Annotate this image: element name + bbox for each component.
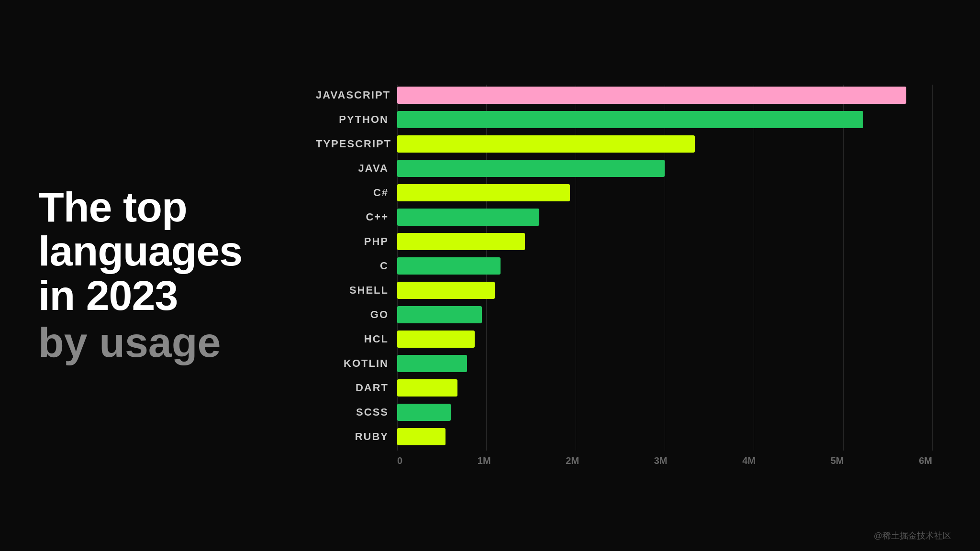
bar-track xyxy=(397,377,932,398)
bar-row: GO xyxy=(316,304,932,325)
bar-row: DART xyxy=(316,377,932,398)
bar-row: C xyxy=(316,255,932,276)
bar-track xyxy=(397,207,932,228)
bar-fill xyxy=(397,87,906,104)
bar-track xyxy=(397,280,932,301)
title-subtitle: by usage xyxy=(38,320,297,366)
bar-track xyxy=(397,255,932,276)
title-line1: The top languages in 2023 xyxy=(38,185,297,318)
x-axis-tick: 3M xyxy=(654,455,668,466)
bar-fill xyxy=(397,209,539,226)
title-text-1: The top xyxy=(38,183,187,231)
bar-label: PYTHON xyxy=(316,113,397,126)
bar-label: DART xyxy=(316,382,397,394)
bar-row: C# xyxy=(316,182,932,203)
bar-label: C xyxy=(316,260,397,272)
bar-row: PYTHON xyxy=(316,109,932,130)
bar-label: TYPESCRIPT xyxy=(316,138,397,150)
bar-track xyxy=(397,133,932,154)
bar-track xyxy=(397,426,932,447)
bar-label: HCL xyxy=(316,333,397,345)
x-axis-tick: 1M xyxy=(478,455,491,466)
bar-track xyxy=(397,109,932,130)
bar-label: C++ xyxy=(316,211,397,223)
bar-label: SCSS xyxy=(316,406,397,419)
bar-track xyxy=(397,158,932,179)
bar-track xyxy=(397,329,932,350)
title-text-3: in 2023 xyxy=(38,272,178,319)
bar-label: KOTLIN xyxy=(316,357,397,370)
bar-row: C++ xyxy=(316,207,932,228)
bar-label: JAVA xyxy=(316,162,397,175)
watermark: @稀土掘金技术社区 xyxy=(874,530,951,541)
bar-label: SHELL xyxy=(316,284,397,297)
x-axis-tick: 5M xyxy=(831,455,844,466)
bar-row: SCSS xyxy=(316,402,932,423)
x-axis-tick: 0 xyxy=(397,455,402,466)
bar-row: HCL xyxy=(316,329,932,350)
bar-track xyxy=(397,402,932,423)
x-axis-tick: 6M xyxy=(919,455,932,466)
x-axis-tick: 2M xyxy=(566,455,579,466)
bar-row: JAVA xyxy=(316,158,932,179)
bars-container: JAVASCRIPTPYTHONTYPESCRIPTJAVAC#C++PHPCS… xyxy=(316,85,932,451)
bar-track xyxy=(397,304,932,325)
bar-track xyxy=(397,182,932,203)
bar-fill xyxy=(397,111,863,128)
bar-label: C# xyxy=(316,187,397,199)
bar-fill xyxy=(397,257,501,275)
bar-fill xyxy=(397,428,445,445)
bar-row: TYPESCRIPT xyxy=(316,133,932,154)
bar-track xyxy=(397,231,932,252)
chart-panel: JAVASCRIPTPYTHONTYPESCRIPTJAVAC#C++PHPCS… xyxy=(297,19,951,532)
title-text-2: languages xyxy=(38,227,242,275)
bar-row: PHP xyxy=(316,231,932,252)
bar-track xyxy=(397,353,932,374)
bar-row: JAVASCRIPT xyxy=(316,85,932,106)
bar-label: GO xyxy=(316,309,397,321)
bar-fill xyxy=(397,282,495,299)
bar-row: KOTLIN xyxy=(316,353,932,374)
bar-track xyxy=(397,85,932,106)
bar-fill xyxy=(397,233,525,250)
bar-fill xyxy=(397,331,475,348)
bar-fill xyxy=(397,379,457,397)
bar-fill xyxy=(397,355,467,372)
bar-fill xyxy=(397,135,695,153)
x-axis: 01M2M3M4M5M6M xyxy=(316,455,932,466)
bar-row: SHELL xyxy=(316,280,932,301)
x-axis-tick: 4M xyxy=(742,455,756,466)
bar-fill xyxy=(397,184,570,201)
bar-label: RUBY xyxy=(316,430,397,443)
bar-label: JAVASCRIPT xyxy=(316,89,397,101)
main-container: The top languages in 2023 by usage JAVAS… xyxy=(0,0,980,551)
bar-fill xyxy=(397,160,665,177)
left-panel: The top languages in 2023 by usage xyxy=(29,185,297,366)
bar-label: PHP xyxy=(316,235,397,248)
bar-fill xyxy=(397,404,451,421)
bar-row: RUBY xyxy=(316,426,932,447)
bar-fill xyxy=(397,306,482,323)
